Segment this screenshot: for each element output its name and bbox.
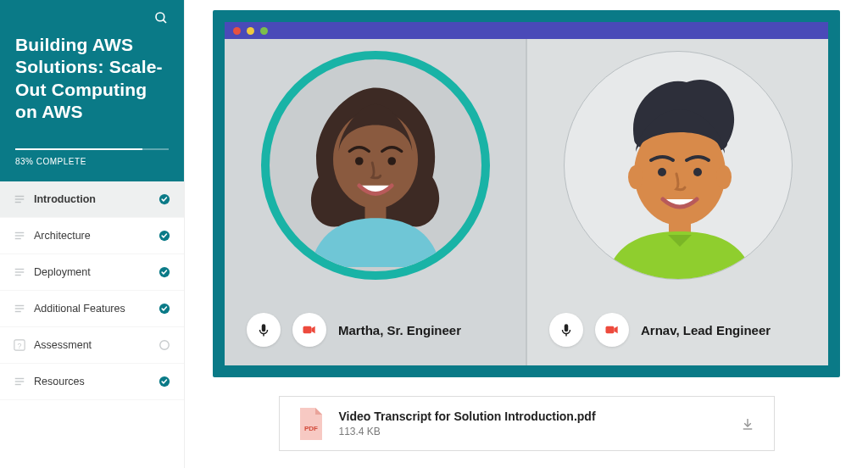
svg-point-27	[387, 157, 396, 165]
course-title: Building AWS Solutions: Scale-Out Comput…	[15, 34, 169, 123]
nav-item-resources[interactable]: Resources	[0, 364, 184, 400]
list-icon	[14, 376, 25, 387]
person-label-martha: Martha, Sr. Engineer	[338, 323, 461, 337]
traffic-light-dot	[233, 27, 241, 35]
progress-label: 83% COMPLETE	[15, 157, 169, 166]
attachment-size: 113.4 KB	[339, 426, 725, 437]
list-icon	[14, 230, 25, 242]
nav-item-label: Additional Features	[34, 303, 125, 315]
svg-text:?: ?	[18, 342, 22, 350]
camera-button[interactable]	[292, 313, 326, 347]
status-complete-icon	[159, 266, 170, 278]
list-icon	[14, 266, 25, 278]
status-complete-icon	[159, 376, 170, 387]
nav-item-architecture[interactable]: Architecture	[0, 218, 184, 254]
nav-item-label: Introduction	[34, 193, 96, 205]
svg-rect-38	[565, 324, 569, 332]
nav-item-additional-features[interactable]: Additional Features	[0, 291, 184, 327]
controls-arnav: Arnav, Lead Engineer	[527, 313, 828, 347]
traffic-light-dot	[260, 27, 268, 35]
video-frame: Martha, Sr. Engineer	[213, 10, 840, 377]
sidebar: Building AWS Solutions: Scale-Out Comput…	[0, 0, 185, 468]
status-complete-icon	[159, 193, 170, 205]
attachment-card[interactable]: PDF Video Transcript for Solution Introd…	[279, 396, 775, 451]
search-icon[interactable]	[153, 10, 169, 25]
avatar-arnav	[564, 51, 793, 280]
pdf-icon: PDF	[298, 408, 324, 440]
status-complete-icon	[159, 303, 170, 315]
svg-point-34	[716, 165, 732, 189]
svg-point-0	[156, 13, 164, 21]
list-icon	[14, 193, 25, 205]
pdf-badge-text: PDF	[304, 425, 318, 432]
pane-arnav: Arnav, Lead Engineer	[526, 39, 828, 365]
svg-point-33	[628, 165, 643, 189]
status-complete-icon	[159, 230, 170, 242]
status-incomplete-icon	[159, 339, 170, 351]
main: Martha, Sr. Engineer	[185, 0, 868, 468]
mic-button[interactable]	[247, 313, 281, 347]
progress-fill	[15, 148, 142, 150]
nav-item-label: Assessment	[34, 339, 92, 351]
sidebar-header: Building AWS Solutions: Scale-Out Comput…	[0, 0, 184, 181]
nav-item-label: Resources	[34, 376, 85, 387]
nav-item-label: Architecture	[34, 230, 91, 242]
video-panes: Martha, Sr. Engineer	[225, 39, 828, 365]
attachment-text: Video Transcript for Solution Introducti…	[339, 410, 725, 437]
window-titlebar	[225, 22, 828, 39]
svg-point-26	[354, 157, 363, 165]
avatar-martha	[261, 51, 490, 280]
svg-rect-31	[303, 326, 312, 333]
svg-line-1	[163, 20, 166, 23]
controls-martha: Martha, Sr. Engineer	[225, 313, 526, 347]
traffic-light-dot	[247, 27, 254, 35]
svg-rect-40	[606, 326, 615, 333]
svg-point-20	[160, 341, 170, 350]
nav: IntroductionArchitectureDeploymentAdditi…	[0, 181, 184, 468]
person-label-arnav: Arnav, Lead Engineer	[641, 323, 771, 337]
svg-point-35	[658, 168, 666, 176]
attachment-name: Video Transcript for Solution Introducti…	[339, 410, 725, 423]
nav-item-deployment[interactable]: Deployment	[0, 254, 184, 291]
download-icon[interactable]	[740, 416, 755, 432]
nav-item-assessment[interactable]: ?Assessment	[0, 327, 184, 364]
nav-item-label: Deployment	[34, 266, 91, 278]
pane-martha: Martha, Sr. Engineer	[225, 39, 526, 365]
progress: 83% COMPLETE	[15, 148, 169, 166]
svg-point-36	[693, 168, 702, 176]
question-icon: ?	[14, 339, 25, 351]
list-icon	[14, 303, 25, 315]
camera-button[interactable]	[595, 313, 629, 347]
mic-button[interactable]	[549, 313, 583, 347]
svg-rect-29	[262, 324, 266, 332]
nav-item-introduction[interactable]: Introduction	[0, 181, 184, 218]
